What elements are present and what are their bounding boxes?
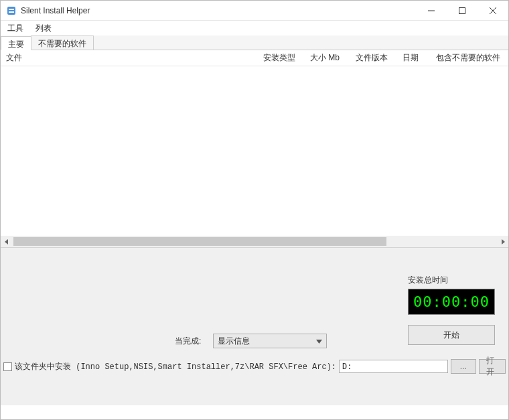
scroll-left-button[interactable] [1, 236, 12, 247]
col-file[interactable]: 文件 [1, 52, 258, 64]
col-install-type[interactable]: 安装类型 [258, 52, 305, 64]
horizontal-scrollbar[interactable] [1, 236, 508, 247]
maximize-button[interactable] [447, 1, 478, 21]
when-done-label: 当完成: [175, 336, 201, 347]
install-path-input[interactable] [339, 360, 448, 373]
timer-block: 安装总时间 00:00:00 [408, 275, 495, 315]
install-folder-checkbox[interactable] [3, 362, 12, 371]
browse-button[interactable]: ... [451, 359, 476, 374]
open-button-label: 打开 [486, 355, 499, 378]
when-done-row: 当完成: 显示信息 [175, 334, 327, 348]
svg-rect-2 [9, 11, 14, 13]
menu-list[interactable]: 列表 [33, 21, 54, 36]
svg-rect-1 [9, 9, 14, 10]
svg-rect-4 [459, 7, 465, 13]
browse-button-label: ... [460, 362, 467, 371]
col-date[interactable]: 日期 [397, 52, 431, 64]
when-done-select[interactable]: 显示信息 [213, 334, 327, 348]
scroll-track[interactable] [12, 236, 497, 247]
col-contains-unwanted[interactable]: 包含不需要的软件 [431, 52, 508, 64]
bottom-panel: 安装总时间 00:00:00 开始 当完成: 显示信息 该文件夹中安装 (Inn… [1, 247, 508, 405]
col-size[interactable]: 大小 Mb [305, 52, 350, 64]
close-button[interactable] [478, 1, 508, 21]
scroll-right-button[interactable] [497, 236, 508, 247]
app-icon [6, 5, 17, 16]
scroll-thumb[interactable] [13, 237, 386, 246]
when-done-selected: 显示信息 [218, 336, 250, 347]
install-folder-label: 该文件夹中安装 (Inno Setup,NSIS,Smart Installer… [15, 361, 336, 372]
menubar: 工具 列表 [1, 21, 508, 36]
start-button-label: 开始 [443, 330, 459, 341]
timer-label: 安装总时间 [408, 275, 495, 286]
menu-tools[interactable]: 工具 [5, 21, 26, 36]
window-title: Silent Install Helper [21, 6, 90, 15]
tab-strip: 主要 不需要的软件 [1, 36, 508, 50]
window-titlebar: Silent Install Helper [1, 1, 508, 21]
install-folder-row: 该文件夹中安装 (Inno Setup,NSIS,Smart Installer… [3, 359, 506, 374]
tab-main[interactable]: 主要 [1, 36, 31, 50]
minimize-button[interactable] [416, 1, 447, 21]
start-button[interactable]: 开始 [408, 325, 495, 345]
tab-unwanted-label: 不需要的软件 [38, 39, 86, 48]
chevron-down-icon [316, 336, 322, 346]
svg-marker-8 [502, 239, 505, 244]
col-file-version[interactable]: 文件版本 [350, 52, 397, 64]
timer-display: 00:00:00 [408, 289, 495, 315]
svg-rect-0 [7, 7, 15, 15]
tab-main-label: 主要 [8, 40, 24, 49]
svg-marker-7 [5, 239, 8, 244]
svg-marker-9 [316, 340, 322, 344]
table-header-row: 文件 安装类型 大小 Mb 文件版本 日期 包含不需要的软件 [1, 50, 508, 66]
open-button[interactable]: 打开 [479, 359, 506, 374]
file-table: 文件 安装类型 大小 Mb 文件版本 日期 包含不需要的软件 [1, 50, 508, 247]
tab-unwanted[interactable]: 不需要的软件 [31, 36, 94, 50]
